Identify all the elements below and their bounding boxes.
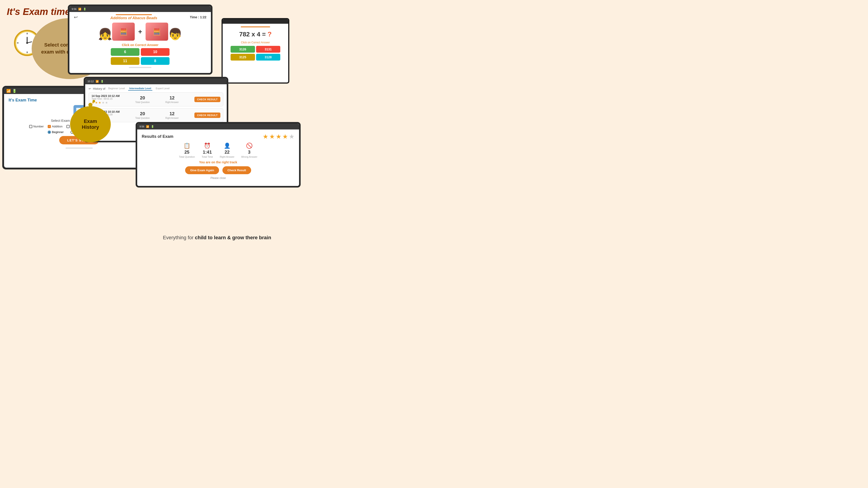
- history-stat-total-2: 20: [140, 111, 145, 116]
- history-total-q-2: 20 Total Question: [135, 111, 150, 119]
- stat-total-time: ⏰ 1:41 Total Time: [202, 142, 213, 158]
- bottom-text-bold: child to learn & grow there brain: [195, 235, 271, 240]
- tablet2-battery: 🔋: [83, 8, 86, 11]
- stat-total-label: Total Question: [179, 156, 195, 158]
- tablet5-time: 9:56: [140, 125, 144, 128]
- stat-time-label: Total Time: [202, 156, 213, 158]
- abacus-image-1: 🧮: [112, 23, 135, 41]
- stat-wrong-icon: 🚫: [246, 142, 253, 149]
- history-top-bar: ↩ History of Beginner Level Intermediate…: [89, 87, 223, 91]
- plus-sign: +: [138, 28, 142, 35]
- checkbox-number[interactable]: Number: [29, 125, 43, 128]
- stat-right-icon: 👤: [224, 142, 230, 149]
- check-result-button-1[interactable]: CHECK RESULT: [194, 97, 220, 102]
- results-stars: ★ ★ ★ ★ ★: [263, 133, 294, 140]
- page-title: It's Exam time: [7, 6, 70, 17]
- results-stats-row: 📋 25 Total Question ⏰ 1:41 Total Time 👤 …: [142, 142, 294, 158]
- tab-intermediate[interactable]: Intermediate Level: [128, 87, 152, 91]
- history-stat-total-1: 20: [140, 95, 145, 101]
- back-arrow-icon[interactable]: ↩: [74, 14, 78, 20]
- history-stat-total-label-1: Total Question: [135, 101, 150, 103]
- stat-wrong-label: Wrong Answer: [241, 156, 257, 158]
- star-1-2: ★: [95, 101, 98, 104]
- answer-button-8[interactable]: 8: [141, 57, 169, 65]
- tablet5-header: 9:56 📶 🔋: [137, 124, 299, 129]
- orange-progress-bar: [116, 14, 152, 15]
- answer-button-11[interactable]: 11: [111, 57, 140, 65]
- history-tabs: Beginner Level Intermediate Level Expert…: [107, 87, 170, 91]
- answer-btn-3126[interactable]: 3126: [230, 46, 255, 53]
- stat-total-icon: 📋: [184, 142, 190, 149]
- checkbox-number-box[interactable]: [29, 125, 32, 128]
- tablet5-wifi: 📶: [146, 125, 149, 128]
- multiplication-question: 782 x 4 = ?: [239, 30, 272, 38]
- timer-display: Time : 1:22: [190, 15, 206, 19]
- exam-time-title: It's Exam Time: [8, 98, 37, 103]
- results-close-text[interactable]: Please close: [142, 176, 294, 180]
- check-result-button-main[interactable]: Check Result: [222, 166, 251, 174]
- stat-right-number: 22: [224, 150, 229, 155]
- results-title: Results of Exam: [142, 134, 174, 139]
- exam-history-bubble: ExamHistory: [70, 106, 111, 142]
- radio-beginner[interactable]: Beginner: [48, 130, 64, 134]
- history-row-1: 14 Sep 2023 10:12 AM Total Time : 00:01:…: [89, 92, 223, 106]
- radio-beginner-label: Beginner: [52, 130, 64, 134]
- abacus-image-2: 🧮: [146, 23, 168, 41]
- tablet2-wifi: 📶: [78, 8, 81, 11]
- star-1-4: ★: [102, 101, 105, 104]
- result-star-5: ★: [289, 133, 294, 140]
- result-star-3: ★: [276, 133, 281, 140]
- tablet4-header: 10:12 📶 🔋: [85, 78, 227, 84]
- checkbox-addition-box[interactable]: ✓: [48, 125, 51, 128]
- history-stat-right-1: 12: [169, 95, 175, 101]
- additions-title: Additions of Abacus Beads: [110, 16, 157, 20]
- answer-btn-3128[interactable]: 3128: [256, 54, 281, 61]
- stat-right-label: Right Answer: [220, 156, 235, 158]
- stat-total-question: 📋 25 Total Question: [179, 142, 195, 158]
- checkbox-subtraction-box[interactable]: [66, 125, 70, 128]
- tab-beginner[interactable]: Beginner Level: [107, 87, 126, 91]
- history-of-label: History of: [93, 87, 105, 90]
- answer-grid: 6 10 11 8: [111, 48, 169, 65]
- bottom-text: Everything for child to learn & grow the…: [0, 235, 434, 240]
- tablet5-battery: 🔋: [151, 125, 154, 128]
- click-correct-t3: Click on Correct Answer: [241, 41, 270, 44]
- stat-time-icon: ⏰: [204, 142, 211, 149]
- checkbox-number-label: Number: [33, 125, 43, 128]
- history-back-icon[interactable]: ↩: [89, 87, 91, 90]
- check-result-button-2[interactable]: CHECK RESULT: [194, 112, 220, 118]
- history-stat-right-2: 12: [169, 111, 175, 116]
- answer-btn-3125[interactable]: 3125: [230, 54, 255, 61]
- history-date-1: 14 Sep 2023 10:12 AM: [92, 94, 120, 98]
- checkbox-addition[interactable]: ✓ Addition: [48, 125, 62, 128]
- tablet2-header: 9:56 📶 🔋: [69, 6, 211, 12]
- history-stars-1: ★ ★ ★ ★ ★: [92, 101, 120, 104]
- tab-expert[interactable]: Expert Level: [155, 87, 170, 91]
- battery-icon: 🔋: [12, 89, 17, 93]
- tablet-results: 9:56 📶 🔋 Results of Exam ★ ★ ★ ★ ★ 📋 25: [135, 122, 301, 188]
- star-1-3: ★: [98, 101, 101, 104]
- answer-btn-3131[interactable]: 3131: [256, 46, 281, 53]
- tablet3-orange-bar: [241, 26, 270, 27]
- click-correct-answer-text: Click on Correct Answer: [122, 43, 158, 47]
- star-1-5: ★: [105, 101, 108, 104]
- tablet3-header: [223, 19, 288, 24]
- give-exam-again-button[interactable]: Give Exam Again: [185, 166, 219, 174]
- tablet4-battery: 🔋: [101, 80, 104, 83]
- radio-beginner-circle[interactable]: [48, 131, 51, 134]
- answer-button-10[interactable]: 10: [141, 48, 169, 56]
- history-stat-total-label-2: Total Question: [135, 117, 150, 119]
- tablet4-wifi: 📶: [96, 80, 99, 83]
- answer-button-6[interactable]: 6: [111, 48, 140, 56]
- history-stat-right-label-2: Right Answer: [165, 117, 179, 119]
- tablet4-time: 10:12: [88, 80, 94, 83]
- answer-grid-t3: 3126 3131 3125 3128: [230, 46, 280, 61]
- tablet-multiplication: 782 x 4 = ? Click on Correct Answer 3126…: [221, 18, 289, 84]
- results-track-text: You are on the right track: [142, 160, 294, 164]
- result-star-1: ★: [263, 133, 268, 140]
- history-right-a-2: 12 Right Answer: [165, 111, 179, 119]
- tablet1-bottom-bar: [66, 148, 93, 149]
- exam-history-bubble-text: ExamHistory: [82, 119, 99, 130]
- stat-total-number: 25: [184, 150, 189, 155]
- results-buttons-row: Give Exam Again Check Result: [142, 166, 294, 174]
